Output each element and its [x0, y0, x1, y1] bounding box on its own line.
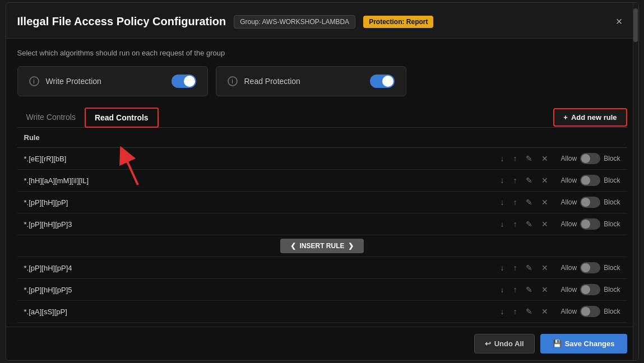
move-up-button[interactable]: ↑ [511, 175, 519, 185]
tab-read-controls[interactable]: Read Controls [85, 108, 159, 128]
rule-column-header: Rule [17, 128, 240, 148]
move-up-button[interactable]: ↑ [511, 285, 519, 295]
rule-cell: *.[pP][hH][pP]3 [17, 213, 240, 235]
move-down-button[interactable]: ↓ [498, 175, 506, 185]
move-down-button[interactable]: ↓ [498, 263, 506, 273]
move-down-button[interactable]: ↓ [498, 285, 506, 295]
add-new-rule-button[interactable]: + Add new rule [553, 108, 627, 127]
protection-badge: Protection: Report [363, 16, 433, 28]
modal-footer: ↩ Undo All 💾 Save Changes [6, 327, 638, 360]
rule-cell: *.[pP][hH][pP] [17, 192, 240, 213]
move-down-button[interactable]: ↓ [498, 197, 506, 207]
allow-block-group: Allow Block [560, 175, 620, 186]
insert-right-arrow-icon: ❯ [348, 242, 354, 250]
edit-rule-button[interactable]: ✎ [523, 153, 535, 164]
delete-rule-button[interactable]: ✕ [539, 175, 550, 185]
allow-block-toggle[interactable] [580, 218, 600, 230]
allow-label: Allow [560, 264, 577, 272]
block-label: Block [604, 176, 620, 184]
tabs-row: Write Controls Read Controls + Add new r… [17, 108, 627, 128]
insert-rule-row: ❮ INSERT RULE ❯ [17, 235, 627, 257]
actions-column-header [240, 128, 627, 148]
allow-block-group: Allow Block [560, 197, 620, 208]
read-protection-toggle[interactable] [370, 75, 395, 88]
rule-actions-cell: ↓ ↑ ✎ ✕ Allow Block [240, 301, 627, 323]
add-rule-label: Add new rule [571, 113, 617, 122]
allow-block-group: Allow Block [560, 284, 620, 295]
allow-block-group: Allow Block [560, 306, 620, 317]
edit-rule-button[interactable]: ✎ [523, 219, 535, 229]
move-up-button[interactable]: ↑ [511, 263, 519, 273]
delete-rule-button[interactable]: ✕ [539, 197, 550, 207]
move-up-button[interactable]: ↑ [511, 219, 519, 229]
write-protection-toggle[interactable] [172, 75, 196, 88]
table-row: *.[pP][hH][pP] ↓ ↑ ✎ ✕ Allow Block [17, 192, 627, 213]
delete-rule-button[interactable]: ✕ [539, 285, 550, 295]
close-button[interactable]: × [611, 13, 627, 30]
allow-label: Allow [560, 308, 577, 315]
scrollbar[interactable] [633, 3, 638, 360]
allow-block-toggle[interactable] [580, 262, 600, 273]
rules-table: Rule *.[eE][rR][bB] ↓ ↑ ✎ ✕ Allow Block … [17, 128, 627, 323]
delete-rule-button[interactable]: ✕ [539, 153, 550, 164]
allow-label: Allow [560, 155, 577, 162]
edit-rule-button[interactable]: ✎ [523, 285, 535, 295]
edit-rule-button[interactable]: ✎ [523, 263, 535, 273]
block-label: Block [604, 264, 620, 272]
block-label: Block [604, 198, 620, 206]
modal-body: Select which algorithms should run on ea… [6, 39, 638, 333]
allow-block-group: Allow Block [560, 153, 620, 164]
undo-label: Undo All [494, 339, 524, 348]
allow-block-toggle[interactable] [580, 197, 600, 208]
write-protection-label: Write Protection [46, 77, 165, 86]
undo-all-button[interactable]: ↩ Undo All [474, 334, 535, 353]
rule-cell: *.[hH][aA][mM][iI][lL] [17, 170, 240, 192]
table-row: *.[pP][hH][pP]4 ↓ ↑ ✎ ✕ Allow Block [17, 257, 627, 279]
move-down-button[interactable]: ↓ [498, 219, 506, 229]
edit-rule-button[interactable]: ✎ [523, 306, 535, 317]
block-label: Block [604, 220, 620, 228]
save-changes-button[interactable]: 💾 Save Changes [540, 334, 627, 353]
table-row: *.[eE][rR][bB] ↓ ↑ ✎ ✕ Allow Block [17, 148, 627, 170]
block-label: Block [604, 286, 620, 294]
move-down-button[interactable]: ↓ [498, 153, 506, 164]
write-protection-card: i Write Protection [17, 66, 208, 96]
allow-block-toggle[interactable] [580, 153, 600, 164]
allow-block-toggle[interactable] [580, 175, 600, 186]
block-label: Block [604, 308, 620, 315]
rule-actions-cell: ↓ ↑ ✎ ✕ Allow Block [240, 279, 627, 301]
delete-rule-button[interactable]: ✕ [539, 306, 550, 317]
subtitle: Select which algorithms should run on ea… [17, 49, 627, 57]
move-up-button[interactable]: ↑ [511, 153, 519, 164]
tab-write-controls[interactable]: Write Controls [17, 108, 85, 127]
table-row: *.[hH][aA][mM][iI][lL] ↓ ↑ ✎ ✕ Allow Blo… [17, 170, 627, 192]
edit-rule-button[interactable]: ✎ [523, 197, 535, 207]
block-label: Block [604, 155, 620, 162]
rule-actions-cell: ↓ ↑ ✎ ✕ Allow Block [240, 170, 627, 192]
insert-rule-label: INSERT RULE [299, 242, 344, 250]
rule-cell: *.[pP][hH][pP]5 [17, 279, 240, 301]
move-up-button[interactable]: ↑ [511, 197, 519, 207]
delete-rule-button[interactable]: ✕ [539, 219, 550, 229]
save-icon: 💾 [553, 339, 562, 348]
edit-rule-button[interactable]: ✎ [523, 175, 535, 185]
plus-icon: + [563, 113, 568, 122]
insert-rule-button[interactable]: ❮ INSERT RULE ❯ [280, 239, 363, 253]
rule-actions-cell: ↓ ↑ ✎ ✕ Allow Block [240, 192, 627, 213]
modal-header: Illegal File Access Policy Configuration… [6, 3, 638, 39]
table-row: *.[aA][sS][pP] ↓ ↑ ✎ ✕ Allow Block [17, 301, 627, 323]
allow-label: Allow [560, 198, 577, 206]
undo-icon: ↩ [485, 339, 491, 348]
allow-block-toggle[interactable] [580, 306, 600, 317]
rule-cell: *.[pP][hH][pP]4 [17, 257, 240, 279]
rule-cell: *.[eE][rR][bB] [17, 148, 240, 170]
rule-cell: *.[aA][sS][pP] [17, 301, 240, 323]
delete-rule-button[interactable]: ✕ [539, 263, 550, 273]
allow-block-group: Allow Block [560, 262, 620, 273]
allow-block-toggle[interactable] [580, 284, 600, 295]
move-down-button[interactable]: ↓ [498, 306, 506, 317]
read-protection-card: i Read Protection [216, 66, 406, 96]
read-protection-label: Read Protection [244, 77, 363, 86]
modal-title: Illegal File Access Policy Configuration [17, 15, 226, 28]
move-up-button[interactable]: ↑ [511, 306, 519, 317]
